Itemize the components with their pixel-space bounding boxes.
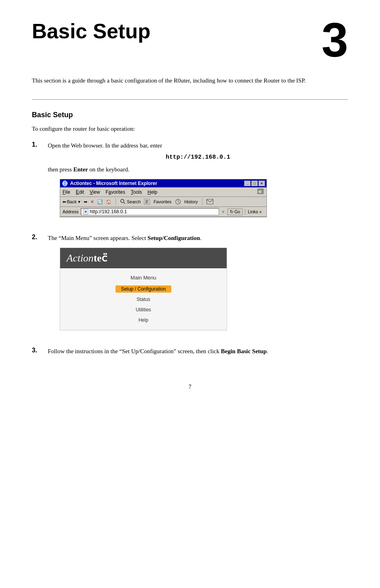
browser-wincontrols[interactable]: _ □ × bbox=[244, 181, 265, 186]
back-button[interactable]: ⬅ Back ▾ bbox=[63, 199, 80, 205]
step-3-bold: Begin Basic Setup bbox=[221, 348, 267, 354]
step-3-number: 3. bbox=[32, 346, 41, 354]
step-2-content: The “Main Menu” screen appears. Select S… bbox=[48, 233, 348, 335]
step-1-text-end: on the keyboard. bbox=[90, 166, 129, 173]
step-1-content: Open the Web browser. In the address bar… bbox=[48, 141, 348, 222]
browser-addressbar: Address http://192.168.0.1 ▼ ↻ Go bbox=[60, 207, 266, 217]
chapter-number: 3 bbox=[321, 16, 348, 64]
step-2-bold: Setup/Configuration bbox=[147, 235, 200, 241]
actiontec-logo: Actiontec̈ bbox=[67, 252, 107, 264]
page-footer: 7 bbox=[32, 384, 348, 390]
dropdown-arrow[interactable]: ▼ bbox=[221, 210, 225, 214]
mail-icon bbox=[206, 199, 214, 205]
mainmenu-item-utilities[interactable]: Utilities bbox=[130, 306, 157, 313]
favorites-label[interactable]: Favorites bbox=[153, 199, 171, 204]
links-button[interactable]: Links » bbox=[245, 209, 264, 214]
stop-icon[interactable]: ✕ bbox=[90, 199, 94, 205]
search-label: Search bbox=[127, 199, 141, 204]
steps-list: 1. Open the Web browser. In the address … bbox=[32, 141, 348, 360]
back-label: Back ▾ bbox=[67, 199, 80, 205]
mainmenu-mockup: Actiontec̈ Main Menu Setup / Configurati… bbox=[60, 248, 227, 330]
step-1-text-after: then press bbox=[48, 166, 72, 173]
ie-toolbar-icon: IE bbox=[257, 188, 264, 195]
menu-file[interactable]: File bbox=[63, 189, 70, 195]
section-heading: Basic Setup bbox=[32, 111, 348, 119]
browser-mockup: Actiontec - Microsoft Internet Explorer … bbox=[60, 179, 267, 217]
browser-menubar: File Edit View Favorites Tools Help IE bbox=[60, 187, 266, 197]
browser-title: Actiontec - Microsoft Internet Explorer bbox=[70, 181, 157, 186]
browser-titlebar-left: Actiontec - Microsoft Internet Explorer bbox=[62, 180, 157, 187]
svg-point-16 bbox=[84, 210, 87, 213]
step-3-text: Follow the instructions in the “Set Up/C… bbox=[48, 346, 348, 356]
toolbar-extra-icon: IE bbox=[257, 188, 264, 196]
step-3-content: Follow the instructions in the “Set Up/C… bbox=[48, 346, 348, 360]
history-label[interactable]: History bbox=[184, 199, 198, 204]
menu-favorites[interactable]: Favorites bbox=[106, 189, 125, 195]
home-icon[interactable]: 🏠 bbox=[106, 199, 112, 205]
toolbar-separator-2 bbox=[202, 198, 202, 205]
step-2-text: The “Main Menu” screen appears. Select S… bbox=[48, 233, 348, 243]
address-label: Address bbox=[63, 209, 78, 214]
mainmenu-header: Actiontec̈ bbox=[60, 248, 227, 268]
section-divider bbox=[32, 99, 348, 100]
menu-help[interactable]: Help bbox=[147, 189, 157, 195]
step-1-url: http://192.168.0.1 bbox=[48, 153, 348, 162]
mainmenu-title: Main Menu bbox=[131, 275, 156, 281]
favorites-icon bbox=[144, 199, 150, 205]
mainmenu-body: Main Menu Setup / Configuration Status U… bbox=[60, 268, 227, 330]
go-button[interactable]: ↻ Go bbox=[227, 208, 243, 215]
go-label: Go bbox=[234, 209, 240, 214]
mainmenu-item-help[interactable]: Help bbox=[133, 317, 154, 324]
step-1-bold: Enter bbox=[73, 166, 88, 173]
step-2: 2. The “Main Menu” screen appears. Selec… bbox=[32, 233, 348, 335]
step-3-text-end: . bbox=[267, 348, 268, 354]
section-intro: To configure the router for basic operat… bbox=[32, 124, 348, 134]
menu-edit[interactable]: Edit bbox=[76, 189, 84, 195]
intro-paragraph: This section is a guide through a basic … bbox=[32, 76, 331, 85]
step-2-text-end: . bbox=[200, 235, 202, 241]
links-label: Links » bbox=[248, 209, 262, 214]
chapter-title: Basic Setup bbox=[32, 20, 151, 43]
step-2-number: 2. bbox=[32, 233, 41, 241]
mainmenu-item-status[interactable]: Status bbox=[131, 296, 156, 303]
search-button[interactable]: Search bbox=[120, 199, 141, 205]
page-number: 7 bbox=[189, 384, 192, 390]
back-icon: ⬅ bbox=[63, 199, 66, 205]
svg-point-7 bbox=[121, 199, 124, 203]
refresh-icon[interactable]: 🔃 bbox=[97, 199, 103, 205]
address-value: http://192.168.0.1 bbox=[90, 209, 127, 214]
step-1: 1. Open the Web browser. In the address … bbox=[32, 141, 348, 222]
step-3-text-before: Follow the instructions in the “Set Up/C… bbox=[48, 348, 219, 354]
menu-view[interactable]: View bbox=[90, 189, 100, 195]
mainmenu-item-setup[interactable]: Setup / Configuration bbox=[116, 285, 172, 293]
history-icon bbox=[175, 199, 181, 205]
address-page-icon bbox=[83, 209, 88, 214]
maximize-button[interactable]: □ bbox=[251, 181, 258, 186]
minimize-button[interactable]: _ bbox=[244, 181, 251, 186]
step-1-text: Open the Web browser. In the address bar… bbox=[48, 141, 348, 174]
svg-line-8 bbox=[123, 203, 125, 204]
browser-toolbar: ⬅ Back ▾ ➡ ✕ 🔃 🏠 Search bbox=[60, 197, 266, 207]
ie-icon bbox=[62, 180, 68, 187]
address-input-box[interactable]: http://192.168.0.1 bbox=[81, 208, 219, 215]
close-button[interactable]: × bbox=[259, 181, 265, 186]
toolbar-separator bbox=[116, 198, 116, 205]
menu-tools[interactable]: Tools bbox=[131, 189, 142, 195]
forward-icon[interactable]: ➡ bbox=[84, 199, 87, 205]
step-1-text-before: Open the Web browser. In the address bar… bbox=[48, 142, 162, 149]
svg-text:IE: IE bbox=[259, 190, 262, 194]
step-3: 3. Follow the instructions in the “Set U… bbox=[32, 346, 348, 360]
step-2-text-before: The “Main Menu” screen appears. Select bbox=[48, 235, 146, 241]
go-arrow: ↻ bbox=[230, 209, 233, 214]
search-icon bbox=[120, 199, 126, 205]
chapter-header: Basic Setup 3 bbox=[32, 20, 348, 64]
logo-bold-part: tec̈ bbox=[94, 252, 107, 264]
logo-italic-part: Action bbox=[67, 252, 94, 264]
browser-titlebar: Actiontec - Microsoft Internet Explorer … bbox=[60, 179, 266, 187]
step-1-number: 1. bbox=[32, 141, 41, 148]
